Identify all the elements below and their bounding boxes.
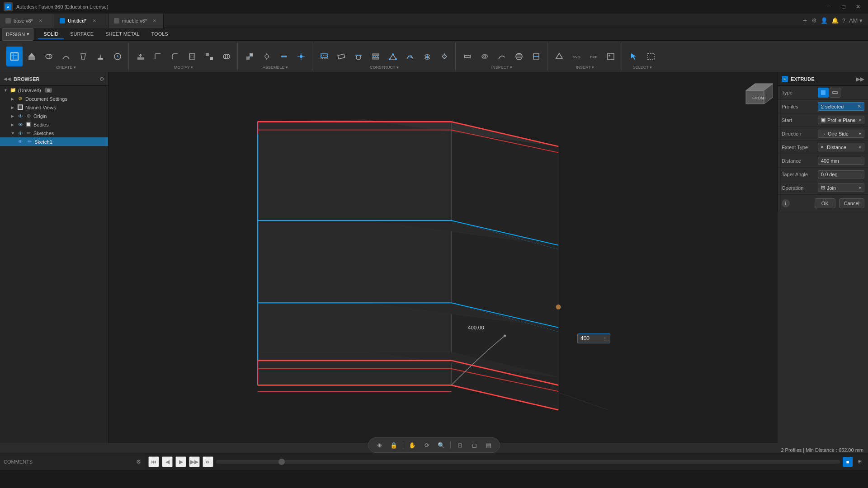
extent-type-dropdown[interactable]: ⇤ Distance ▾ <box>818 143 864 151</box>
browser-item-bodies[interactable]: ▶ 👁 🔲 Bodies <box>0 120 108 129</box>
curvature-tool[interactable] <box>494 47 510 66</box>
ok-button[interactable]: OK <box>815 198 835 208</box>
timeline-end-button[interactable]: ⏭ <box>203 456 213 467</box>
toolbar-tab-sheet-metal[interactable]: SHEET METAL <box>100 29 145 39</box>
construct-more-tool[interactable] <box>436 47 453 66</box>
axis-through-cyl-tool[interactable] <box>419 47 435 66</box>
section-analysis-tool[interactable] <box>528 47 544 66</box>
chamfer-tool[interactable] <box>167 47 183 66</box>
fit-view-button[interactable]: ⊡ <box>453 440 466 450</box>
grid-snap-button[interactable]: ⊕ <box>373 440 386 450</box>
zebra-tool[interactable] <box>511 47 527 66</box>
combine-tool[interactable] <box>218 47 235 66</box>
dimension-input-box[interactable]: ⋮ <box>577 333 610 343</box>
toolbar-tab-tools[interactable]: TOOLS <box>146 29 174 39</box>
insert-mesh-tool[interactable] <box>551 47 567 66</box>
select-tool[interactable] <box>626 47 642 66</box>
tab-mueble-v6[interactable]: mueble v6* ✕ <box>108 14 164 28</box>
window-select-tool[interactable] <box>643 47 659 66</box>
operation-dropdown[interactable]: ⊞ Join ▾ <box>818 183 864 192</box>
extrude-info-button[interactable]: ℹ <box>782 199 790 207</box>
start-dropdown[interactable]: ▣ Profile Plane ▾ <box>818 116 864 124</box>
help-icon[interactable]: ? <box>842 17 845 24</box>
interference-tool[interactable] <box>476 47 493 66</box>
timeline-track[interactable] <box>216 460 840 464</box>
timeline-next-button[interactable]: ▶▶ <box>189 456 200 467</box>
revolve-tool[interactable] <box>41 47 57 66</box>
more-create-tool[interactable] <box>109 47 126 66</box>
browser-item-origin[interactable]: ▶ 👁 ⊕ Origin <box>0 112 108 120</box>
tab-mueble-v6-close[interactable]: ✕ <box>151 18 158 24</box>
direction-dropdown[interactable]: → One Side ▾ <box>818 130 864 138</box>
snap-button[interactable]: 🔒 <box>387 440 400 450</box>
plane-along-path-tool[interactable] <box>402 47 418 66</box>
timeline-prev-button[interactable]: ◀ <box>162 456 173 467</box>
close-button[interactable]: ✕ <box>852 2 864 11</box>
type-solid-button[interactable] <box>818 88 829 98</box>
settings-icon[interactable]: ⚙ <box>811 17 817 24</box>
tab-untitled[interactable]: Untitled* ✕ <box>54 14 108 28</box>
browser-options-icon[interactable]: ⚙ <box>99 76 104 82</box>
zoom-button[interactable]: 🔍 <box>435 440 448 450</box>
joint-origin-tool[interactable] <box>293 47 309 66</box>
fillet-tool[interactable] <box>150 47 166 66</box>
insert-canvas-tool[interactable] <box>603 47 619 66</box>
account-icon[interactable]: 👤 <box>821 17 828 24</box>
timeline-start-button[interactable]: ⏮ <box>148 456 159 467</box>
browser-collapse-icon[interactable]: ◀◀ <box>4 76 11 81</box>
browser-item-sketches[interactable]: ▼ 👁 ✏ Sketches <box>0 129 108 137</box>
offset-plane-tool[interactable] <box>316 47 332 66</box>
sweep-tool[interactable] <box>58 47 74 66</box>
tab-base-v8-close[interactable]: ✕ <box>38 18 44 24</box>
insert-svg-tool[interactable]: SVG <box>568 47 585 66</box>
plane-at-angle-tool[interactable] <box>333 47 349 66</box>
plane-3pts-tool[interactable] <box>385 47 401 66</box>
press-pull-tool[interactable] <box>132 47 149 66</box>
dimension-input[interactable] <box>580 335 601 342</box>
notification-icon[interactable]: 🔔 <box>831 17 839 24</box>
profiles-clear-icon[interactable]: ✕ <box>857 103 861 109</box>
browser-item-document-settings[interactable]: ▶ ⚙ Document Settings <box>0 94 108 103</box>
timeline-play-button[interactable]: ▶ <box>175 456 186 467</box>
add-tab-button[interactable]: + <box>799 14 811 27</box>
as-built-joint-tool[interactable] <box>276 47 292 66</box>
browser-item-unsaved[interactable]: ▼ 📁 (Unsaved) ⊕ <box>0 86 108 94</box>
rib-tool[interactable] <box>92 47 108 66</box>
design-dropdown[interactable]: DESIGN ▾ <box>2 28 33 41</box>
midplane-tool[interactable] <box>368 47 384 66</box>
distance-input[interactable]: 400 mm <box>818 157 864 165</box>
minimize-button[interactable]: ─ <box>823 2 835 11</box>
toolbar-tab-surface[interactable]: SURFACE <box>65 29 99 39</box>
loft-tool[interactable] <box>75 47 91 66</box>
pan-button[interactable]: ✋ <box>406 440 419 450</box>
shell-tool[interactable] <box>184 47 200 66</box>
orbit-button[interactable]: ⟳ <box>420 440 433 450</box>
timeline-thumb[interactable] <box>278 459 285 465</box>
insert-dxf-tool[interactable]: DXF <box>585 47 602 66</box>
tab-base-v8[interactable]: base v8* ✕ <box>0 14 54 28</box>
view-cube-button[interactable]: ◻ <box>468 440 481 450</box>
browser-item-sketch1[interactable]: 👁 ✏ Sketch1 <box>0 137 108 146</box>
maximize-button[interactable]: □ <box>837 2 850 11</box>
viewport[interactable]: 400.00 ⋮ <box>108 72 778 443</box>
extrude-tool[interactable] <box>24 47 40 66</box>
view-cube[interactable]: FRONT <box>737 77 773 113</box>
new-component-assemble-tool[interactable] <box>241 47 258 66</box>
joint-tool[interactable] <box>259 47 275 66</box>
comments-expand-icon[interactable]: ⚙ <box>136 459 141 465</box>
view-solid-button[interactable]: ■ <box>843 457 853 467</box>
view-wireframe-button[interactable]: ⊞ <box>854 457 864 467</box>
extrude-panel-collapse-icon[interactable]: ▶▶ <box>856 76 864 82</box>
cancel-button[interactable]: Cancel <box>839 198 864 208</box>
browser-item-named-views[interactable]: ▶ 🔳 Named Views <box>0 103 108 112</box>
tangent-plane-tool[interactable] <box>350 47 367 66</box>
display-mode-button[interactable]: ▤ <box>482 440 495 450</box>
new-component-tool[interactable] <box>6 47 23 66</box>
taper-angle-input[interactable]: 0.0 deg <box>818 170 864 178</box>
dimension-input-options-icon[interactable]: ⋮ <box>603 336 607 341</box>
type-thin-button[interactable] <box>830 88 840 98</box>
measure-tool[interactable] <box>459 47 476 66</box>
toolbar-tab-solid[interactable]: SOLID <box>38 29 64 39</box>
scale-tool[interactable] <box>201 47 217 66</box>
tab-untitled-close[interactable]: ✕ <box>91 18 98 24</box>
